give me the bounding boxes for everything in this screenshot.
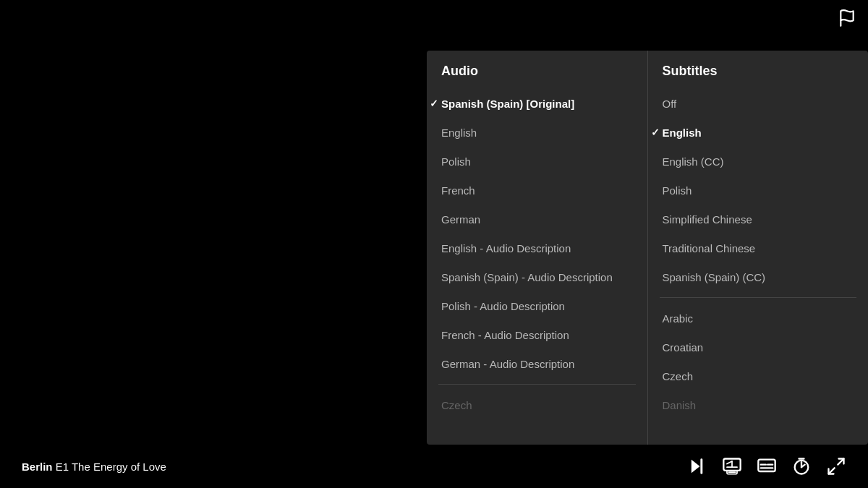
playback-controls [687, 456, 846, 476]
audio-item-german-ad[interactable]: German - Audio Description [427, 349, 647, 378]
episodes-button[interactable] [722, 456, 742, 476]
subtitle-item-czech[interactable]: Czech [648, 361, 869, 390]
svg-line-6 [727, 461, 732, 464]
episode-title: The Energy of Love [72, 461, 166, 473]
subtitle-item-traditional-chinese[interactable]: Traditional Chinese [648, 234, 869, 262]
subtitle-item-off[interactable]: Off [648, 89, 869, 118]
episode-number: E1 [56, 461, 69, 473]
subtitles-button[interactable] [757, 456, 777, 476]
show-title: Berlin [22, 461, 53, 473]
flag-icon[interactable] [838, 9, 856, 32]
subtitle-item-polish[interactable]: Polish [648, 176, 869, 205]
subtitle-item-danish[interactable]: Danish [648, 390, 869, 419]
subtitle-item-english-cc[interactable]: English (CC) [648, 147, 869, 176]
subtitle-item-simplified-chinese[interactable]: Simplified Chinese [648, 205, 869, 234]
speed-button[interactable] [791, 456, 812, 476]
check-icon-english-sub: ✓ [651, 127, 660, 138]
svg-line-18 [829, 468, 835, 474]
audio-item-english[interactable]: English [427, 118, 647, 147]
next-episode-button[interactable] [687, 456, 707, 476]
audio-divider [438, 384, 636, 385]
audio-subtitles-panel: Audio ✓ Spanish (Spain) [Original] Engli… [427, 51, 868, 445]
audio-header: Audio [427, 51, 647, 89]
subtitle-item-spanish-cc[interactable]: Spanish (Spain) (CC) [648, 262, 869, 291]
audio-item-spanish-original[interactable]: ✓ Spanish (Spain) [Original] [427, 89, 647, 118]
check-icon-spanish: ✓ [430, 98, 438, 109]
audio-item-french[interactable]: French [427, 176, 647, 205]
svg-marker-1 [692, 460, 700, 474]
audio-item-german[interactable]: German [427, 205, 647, 234]
top-bar [826, 0, 868, 40]
subtitle-item-arabic[interactable]: Arabic [648, 304, 869, 333]
fullscreen-button[interactable] [826, 456, 846, 476]
subtitle-divider [660, 297, 857, 298]
audio-item-czech[interactable]: Czech [427, 390, 647, 419]
audio-item-polish-ad[interactable]: Polish - Audio Description [427, 291, 647, 320]
subtitles-header: Subtitles [648, 51, 869, 89]
audio-item-french-ad[interactable]: French - Audio Description [427, 320, 647, 349]
subtitle-item-croatian[interactable]: Croatian [648, 333, 869, 361]
audio-item-spanish-ad[interactable]: Spanish (Spain) - Audio Description [427, 262, 647, 291]
svg-line-17 [838, 459, 843, 465]
subtitles-column: Subtitles Off ✓ English English (CC) Pol… [648, 51, 869, 445]
audio-item-english-ad[interactable]: English - Audio Description [427, 234, 647, 262]
audio-column: Audio ✓ Spanish (Spain) [Original] Engli… [427, 51, 648, 445]
show-info: Berlin E1 The Energy of Love [22, 461, 166, 473]
audio-item-polish[interactable]: Polish [427, 147, 647, 176]
svg-rect-9 [758, 460, 775, 471]
bottom-bar: Berlin E1 The Energy of Love [0, 445, 868, 488]
subtitle-item-english[interactable]: ✓ English [648, 118, 869, 147]
